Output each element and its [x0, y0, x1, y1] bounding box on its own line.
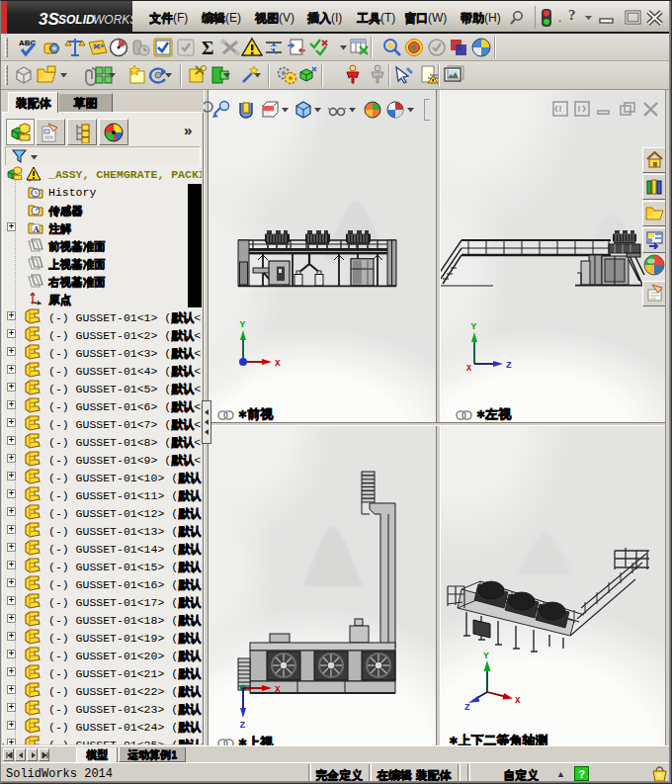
svg-text:Y: Y — [471, 321, 477, 332]
svg-text:X: X — [275, 684, 281, 695]
svg-text:Z: Z — [506, 360, 512, 371]
svg-text:A: A — [33, 224, 40, 234]
svg-text:Y: Y — [483, 651, 489, 661]
svg-text:X: X — [515, 695, 521, 706]
svg-text:SOLID: SOLID — [58, 13, 95, 27]
svg-text:Σ: Σ — [202, 38, 213, 58]
svg-text:Z: Z — [464, 702, 470, 710]
svg-text:Z: Z — [240, 720, 246, 729]
svg-text:X: X — [275, 358, 281, 369]
svg-text:WORKS: WORKS — [93, 13, 132, 27]
svg-text:Y: Y — [240, 319, 246, 330]
svg-text:3S: 3S — [39, 10, 59, 29]
svg-text:X: X — [466, 364, 472, 374]
